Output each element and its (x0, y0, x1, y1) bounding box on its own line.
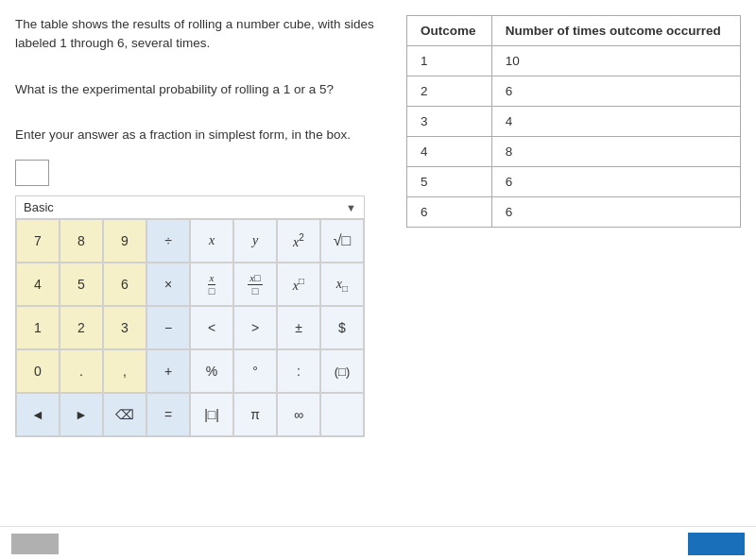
table-cell-count: 6 (491, 167, 740, 197)
gray-button[interactable] (11, 534, 59, 554)
table-cell-count: 8 (491, 137, 740, 167)
table-cell-count: 6 (491, 197, 740, 228)
table-cell-count: 10 (491, 46, 740, 76)
question-part1: The table shows the results of rolling a… (15, 15, 384, 54)
calc-btn-lt[interactable]: < (190, 306, 233, 349)
table-row: 66 (407, 197, 741, 228)
calc-btn-plus[interactable]: + (146, 349, 190, 393)
outcomes-table: Outcome Number of times outcome occurred… (406, 15, 741, 228)
calc-btn-degree[interactable]: ° (233, 349, 277, 393)
answer-input[interactable] (15, 160, 49, 186)
table-cell-outcome: 6 (407, 197, 492, 228)
calc-btn-abs[interactable]: |□| (190, 393, 233, 436)
calc-btn-empty (320, 393, 364, 436)
main-container: The table shows the results of rolling a… (0, 0, 756, 452)
calc-btn-8[interactable]: 8 (60, 219, 103, 263)
calc-btn-7[interactable]: 7 (16, 219, 60, 263)
table-cell-outcome: 3 (407, 107, 492, 137)
calc-btn-infinity[interactable]: ∞ (277, 393, 320, 436)
calc-btn-pi[interactable]: π (233, 393, 277, 436)
table-cell-outcome: 2 (407, 76, 492, 107)
calc-btn-backspace[interactable]: ⌫ (103, 393, 146, 436)
calc-btn-dot[interactable]: . (60, 349, 103, 393)
calc-btn-percent[interactable]: % (190, 349, 233, 393)
calc-btn-3[interactable]: 3 (103, 306, 146, 349)
calc-btn-x[interactable]: x (190, 219, 233, 263)
calc-btn-left-arrow[interactable]: ◄ (16, 393, 60, 436)
table-row: 110 (407, 46, 741, 76)
table-row: 26 (407, 76, 741, 107)
table-cell-outcome: 4 (407, 137, 492, 167)
calc-header-label: Basic (24, 200, 346, 214)
calc-btn-frac2[interactable]: x□ □ (233, 263, 277, 306)
bottom-bar (0, 526, 756, 560)
calc-btn-x-sub[interactable]: x□ (320, 263, 364, 306)
calc-btn-multiply[interactable]: × (146, 263, 190, 306)
table-col2-header: Number of times outcome occurred (491, 16, 740, 46)
calc-btn-paren[interactable]: (□) (320, 349, 364, 393)
calc-btn-4[interactable]: 4 (16, 263, 60, 306)
left-panel: The table shows the results of rolling a… (15, 15, 384, 437)
answer-box-container (15, 160, 384, 186)
calc-row-2: 4 5 6 × x □ x□ □ x□ x□ (16, 263, 364, 306)
calc-btn-gt[interactable]: > (233, 306, 277, 349)
calc-btn-frac1[interactable]: x □ (190, 263, 233, 306)
calc-row-3: 1 2 3 − < > ± $ (16, 306, 364, 349)
calc-row-5: ◄ ► ⌫ = |□| π ∞ (16, 393, 364, 436)
right-panel: Outcome Number of times outcome occurred… (406, 15, 741, 437)
calc-btn-comma[interactable]: , (103, 349, 146, 393)
calc-btn-minus[interactable]: − (146, 306, 190, 349)
question-part2: What is the experimental probability of … (15, 80, 384, 99)
table-row: 48 (407, 137, 741, 167)
calc-header: Basic ▼ (16, 196, 364, 219)
calculator: Basic ▼ 7 8 9 ÷ x y x2 √□ 4 5 6 × (15, 195, 365, 437)
calc-btn-divide[interactable]: ÷ (146, 219, 190, 263)
calc-row-4: 0 . , + % ° : (□) (16, 349, 364, 393)
calc-btn-x-super[interactable]: x□ (277, 263, 320, 306)
blue-button[interactable] (688, 533, 745, 555)
table-row: 34 (407, 107, 741, 137)
calc-dropdown-arrow[interactable]: ▼ (346, 202, 356, 213)
calc-btn-equals[interactable]: = (146, 393, 190, 436)
calc-row-1: 7 8 9 ÷ x y x2 √□ (16, 219, 364, 263)
calc-btn-dollar[interactable]: $ (320, 306, 364, 349)
table-col1-header: Outcome (407, 16, 492, 46)
calc-btn-x-squared[interactable]: x2 (277, 219, 320, 263)
calc-btn-2[interactable]: 2 (60, 306, 103, 349)
table-cell-count: 4 (491, 107, 740, 137)
calc-btn-1[interactable]: 1 (16, 306, 60, 349)
table-cell-outcome: 1 (407, 46, 492, 76)
calc-btn-0[interactable]: 0 (16, 349, 60, 393)
calc-btn-6[interactable]: 6 (103, 263, 146, 306)
calc-btn-y[interactable]: y (233, 219, 277, 263)
calc-btn-5[interactable]: 5 (60, 263, 103, 306)
table-row: 56 (407, 167, 741, 197)
table-cell-outcome: 5 (407, 167, 492, 197)
calc-btn-right-arrow[interactable]: ► (60, 393, 103, 436)
calc-btn-9[interactable]: 9 (103, 219, 146, 263)
calc-btn-sqrt[interactable]: √□ (320, 219, 364, 263)
calc-btn-plusminus[interactable]: ± (277, 306, 320, 349)
calc-btn-colon[interactable]: : (277, 349, 320, 393)
question-part3: Enter your answer as a fraction in simpl… (15, 126, 384, 144)
table-cell-count: 6 (491, 76, 740, 107)
